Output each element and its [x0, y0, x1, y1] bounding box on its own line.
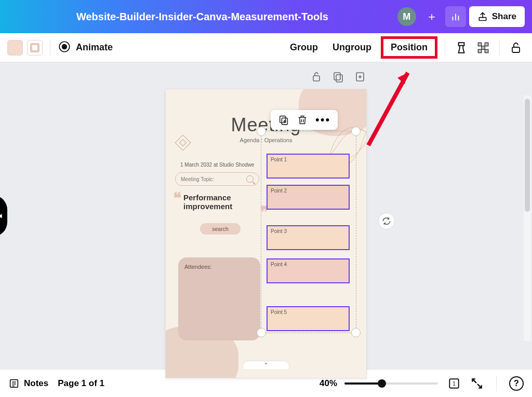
- grid-view-button[interactable]: 1: [447, 377, 461, 390]
- meeting-topic-field[interactable]: Meeting Topic:: [175, 172, 259, 186]
- animate-label: Animate: [76, 42, 113, 53]
- copy-style-button[interactable]: [453, 39, 470, 57]
- divider: [50, 40, 50, 56]
- group-button[interactable]: Group: [285, 39, 323, 56]
- svg-rect-6: [478, 43, 482, 46]
- design-title[interactable]: Website-Builder-Insider-Canva-Measuremen…: [7, 11, 397, 23]
- contextual-toolbar: Animate Group Ungroup Position: [0, 33, 532, 62]
- svg-rect-3: [479, 18, 486, 21]
- scrollbar-thumb[interactable]: [525, 99, 530, 212]
- attendees-label: Attendees:: [184, 264, 212, 270]
- agenda-point[interactable]: Point 1: [267, 154, 350, 179]
- divider: [499, 40, 500, 56]
- delete-icon[interactable]: [297, 114, 308, 126]
- editor-workspace[interactable]: ◀ ••• Mee: [0, 62, 532, 369]
- meeting-topic-label: Meeting Topic:: [181, 176, 214, 182]
- quote-line-1: Performance: [183, 193, 231, 202]
- annotation-arrow: [357, 57, 419, 150]
- agenda-point[interactable]: Point 4: [267, 258, 350, 283]
- duplicate-page-icon[interactable]: [332, 71, 344, 83]
- share-button[interactable]: Share: [469, 6, 525, 27]
- zoom-slider-thumb[interactable]: [378, 379, 386, 388]
- lock-button[interactable]: [507, 39, 525, 57]
- position-button[interactable]: Position: [381, 36, 437, 59]
- notes-label: Notes: [24, 378, 48, 389]
- zoom-slider[interactable]: [344, 382, 438, 385]
- search-icon: [246, 175, 254, 183]
- animate-icon: [58, 40, 71, 56]
- svg-text:1: 1: [453, 380, 456, 387]
- duplicate-icon[interactable]: [278, 114, 289, 126]
- canvas-wrap: ••• Meeting Agenda : Operations 1 March …: [166, 73, 366, 378]
- side-panel-toggle[interactable]: ◀: [0, 195, 7, 237]
- zoom-slider-fill: [344, 382, 382, 385]
- fullscreen-button[interactable]: [470, 377, 484, 390]
- page-indicator[interactable]: Page 1 of 1: [58, 378, 104, 389]
- svg-rect-9: [478, 49, 482, 53]
- svg-rect-16: [336, 75, 342, 82]
- svg-rect-14: [313, 76, 320, 81]
- svg-marker-13: [397, 73, 408, 84]
- top-bar: Website-Builder-Insider-Canva-Measuremen…: [0, 0, 532, 33]
- svg-rect-11: [512, 47, 520, 52]
- user-avatar[interactable]: M: [397, 7, 416, 26]
- share-label: Share: [492, 11, 516, 22]
- svg-point-5: [62, 44, 67, 49]
- svg-rect-10: [485, 49, 488, 53]
- svg-rect-15: [334, 73, 340, 80]
- agenda-point[interactable]: Point 5: [267, 306, 350, 331]
- page-date[interactable]: 1 March 2032 at Studio Shodwe: [180, 162, 254, 168]
- analytics-button[interactable]: [445, 6, 466, 27]
- add-member-button[interactable]: ＋: [421, 6, 442, 27]
- quote-line-2: improvement: [183, 202, 232, 211]
- selection-context-toolbar: •••: [271, 110, 338, 130]
- agenda-point[interactable]: Point 3: [267, 225, 350, 250]
- search-pill[interactable]: search: [200, 223, 241, 235]
- divider: [445, 40, 445, 56]
- resize-handle-tl[interactable]: [257, 127, 266, 136]
- lock-page-icon[interactable]: [310, 71, 323, 83]
- divider: [496, 376, 497, 391]
- resize-handle-bl[interactable]: [257, 328, 266, 337]
- attendees-box[interactable]: Attendees:: [178, 257, 260, 340]
- design-page[interactable]: Meeting Agenda : Operations 1 March 2032…: [166, 89, 366, 378]
- fill-color-swatch[interactable]: [7, 40, 23, 56]
- resize-handle-br[interactable]: [351, 328, 361, 337]
- svg-rect-8: [482, 46, 485, 49]
- notes-icon: [8, 378, 20, 389]
- agenda-point[interactable]: Point 2: [267, 185, 350, 210]
- page-scroll-tab[interactable]: ⌃: [243, 361, 289, 369]
- ungroup-button[interactable]: Ungroup: [327, 39, 377, 56]
- zoom-control: 40%: [320, 378, 438, 389]
- vertical-scrollbar[interactable]: [524, 95, 531, 341]
- zoom-percent[interactable]: 40%: [320, 378, 337, 389]
- transparency-button[interactable]: [474, 39, 492, 57]
- help-button[interactable]: ?: [509, 376, 524, 391]
- svg-rect-7: [485, 43, 488, 46]
- animate-button[interactable]: Animate: [58, 40, 113, 56]
- add-page-icon[interactable]: [354, 71, 366, 83]
- resize-handle-tr[interactable]: [351, 127, 361, 136]
- autoplay-toggle[interactable]: [378, 213, 395, 229]
- notes-button[interactable]: Notes: [8, 378, 48, 389]
- border-color-swatch[interactable]: [27, 40, 43, 56]
- svg-line-12: [368, 73, 408, 145]
- page-actions: [310, 71, 366, 83]
- quote-block[interactable]: ❝ Performance improvement ❞: [180, 193, 263, 211]
